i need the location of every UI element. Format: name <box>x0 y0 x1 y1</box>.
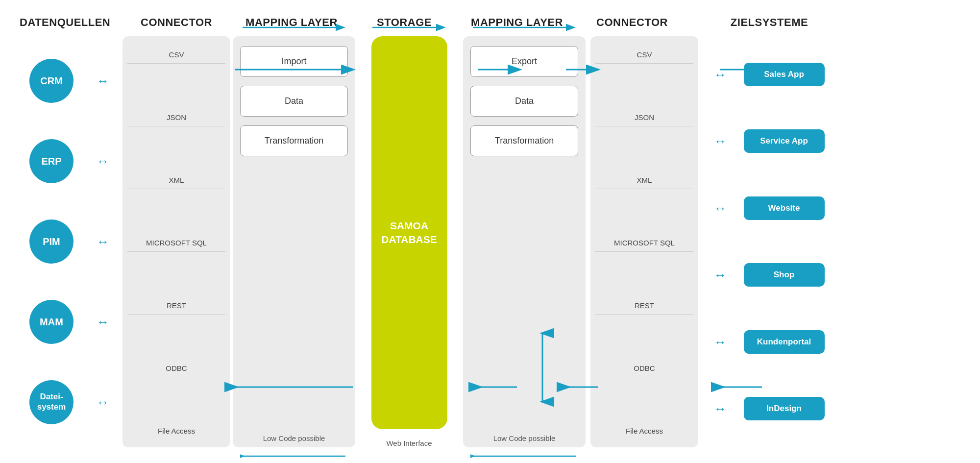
connector-right-csv: CSV <box>595 46 693 64</box>
connector-right-list: CSV JSON XML MICROSOFT SQL REST ODBC Fil… <box>595 44 693 442</box>
low-code-right: Low Code possible <box>470 427 578 442</box>
arrow-dateisystem: ↔ <box>97 396 109 409</box>
connector-right-odbc: ODBC <box>595 360 693 377</box>
import-box: Import <box>240 46 348 77</box>
flow-arrow-bottom-left <box>240 449 348 463</box>
samoa-database: SAMOADATABASE <box>371 36 447 429</box>
connector-right-mssql: MICROSOFT SQL <box>595 234 693 252</box>
flow-arrow-top-left <box>240 18 348 35</box>
architecture-diagram: DATENQUELLEN CONNECTOR MAPPING LAYER STO… <box>20 16 960 447</box>
source-pim: PIM <box>29 219 74 264</box>
connector-right-xml: XML <box>595 171 693 189</box>
connector-item-csv: CSV <box>127 46 225 64</box>
source-erp: ERP <box>29 139 74 183</box>
header-datenquellen: DATENQUELLEN <box>20 16 83 29</box>
connector-right-fileaccess: File Access <box>595 422 693 439</box>
content-row: CRM ERP PIM MAM Datei-system ↔ ↔ ↔ ↔ ↔ C… <box>20 36 960 447</box>
target-indesign: InDesign <box>744 397 825 420</box>
arrow-erp: ↔ <box>97 155 109 168</box>
mapping-left-content: Import Data Transformation Low Code poss… <box>240 44 348 442</box>
web-interface-label: Web Interface <box>386 432 432 447</box>
flow-arrow-top-right <box>470 18 578 35</box>
right-arrows-column: ↔ ↔ ↔ ↔ ↔ ↔ <box>701 36 740 447</box>
storage-column: SAMOADATABASE Web Interface <box>358 36 461 447</box>
arrow-kundenportal: ↔ <box>714 336 727 348</box>
target-website: Website <box>744 196 825 220</box>
header-connector-right: CONNECTOR <box>578 16 686 29</box>
source-crm: CRM <box>29 59 74 103</box>
zielsysteme-column: Sales App Service App Website Shop Kunde… <box>740 36 828 447</box>
header-connector-left: CONNECTOR <box>122 16 230 29</box>
arrow-crm: ↔ <box>97 74 109 87</box>
connector-item-fileaccess: File Access <box>127 422 225 439</box>
header-zielsysteme: ZIELSYSTEME <box>725 16 813 29</box>
connector-right-json: JSON <box>595 109 693 126</box>
flow-arrow-bottom-right <box>470 449 578 463</box>
transformation-box-left: Transformation <box>240 125 348 156</box>
connector-right-rest: REST <box>595 297 693 315</box>
connector-left-list: CSV JSON XML MICROSOFT SQL REST ODBC Fil… <box>127 44 225 442</box>
transformation-box-right: Transformation <box>470 125 578 156</box>
connector-right-panel: CSV JSON XML MICROSOFT SQL REST ODBC Fil… <box>590 36 698 447</box>
mapping-right-content: Export Data Transformation Low Code poss… <box>470 44 578 442</box>
connector-item-xml: XML <box>127 171 225 189</box>
arrow-salesapp: ↔ <box>714 68 727 81</box>
target-kundenportal: Kundenportal <box>744 330 825 354</box>
arrow-shop: ↔ <box>714 268 727 281</box>
mapping-right-boxes: Export Data Transformation <box>470 46 578 427</box>
connector-item-mssql: MICROSOFT SQL <box>127 234 225 252</box>
arrow-website: ↔ <box>714 202 727 215</box>
connector-item-json: JSON <box>127 109 225 126</box>
arrow-serviceapp: ↔ <box>714 135 727 147</box>
low-code-left: Low Code possible <box>240 427 348 442</box>
datenquellen-column: CRM ERP PIM MAM Datei-system <box>20 36 83 447</box>
connector-item-odbc: ODBC <box>127 360 225 377</box>
source-mam: MAM <box>29 300 74 344</box>
mapping-left-boxes: Import Data Transformation <box>240 46 348 427</box>
mapping-left-panel: Import Data Transformation Low Code poss… <box>233 36 355 447</box>
connector-left-panel: CSV JSON XML MICROSOFT SQL REST ODBC Fil… <box>122 36 230 447</box>
arrow-mam: ↔ <box>97 316 109 328</box>
left-arrows-column: ↔ ↔ ↔ ↔ ↔ <box>83 36 122 447</box>
target-salesapp: Sales App <box>744 63 825 86</box>
target-shop: Shop <box>744 263 825 287</box>
arrow-indesign: ↔ <box>714 402 727 415</box>
export-box: Export <box>470 46 578 77</box>
flow-arrow-top-storage <box>370 18 448 35</box>
connector-item-rest: REST <box>127 297 225 315</box>
data-box-left: Data <box>240 86 348 117</box>
mapping-right-panel: Export Data Transformation Low Code poss… <box>463 36 586 447</box>
target-serviceapp: Service App <box>744 129 825 153</box>
samoa-wrapper: SAMOADATABASE Web Interface <box>363 36 456 447</box>
arrow-pim: ↔ <box>97 235 109 248</box>
data-box-right: Data <box>470 86 578 117</box>
source-dateisystem: Datei-system <box>29 380 74 424</box>
